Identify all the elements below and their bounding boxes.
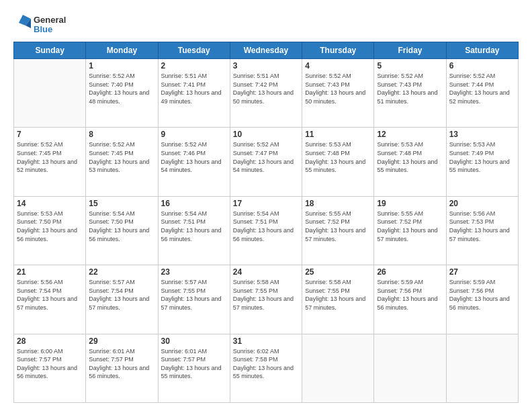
day-number: 29 xyxy=(89,336,154,346)
day-number: 26 xyxy=(377,267,443,277)
logo: General Blue xyxy=(13,12,74,36)
day-info: Sunrise: 6:01 AMSunset: 7:57 PMDaylight:… xyxy=(161,347,227,381)
calendar-cell xyxy=(374,334,446,402)
calendar-cell xyxy=(302,334,374,402)
calendar-cell: 24Sunrise: 5:58 AMSunset: 7:55 PMDayligh… xyxy=(230,265,302,334)
weekday-friday: Friday xyxy=(374,42,446,59)
calendar-cell: 19Sunrise: 5:55 AMSunset: 7:52 PMDayligh… xyxy=(374,196,446,265)
day-number: 13 xyxy=(449,130,515,139)
day-info: Sunrise: 5:52 AMSunset: 7:40 PMDaylight:… xyxy=(89,72,154,105)
calendar-cell: 13Sunrise: 5:53 AMSunset: 7:49 PMDayligh… xyxy=(446,128,518,196)
calendar-cell: 20Sunrise: 5:56 AMSunset: 7:53 PMDayligh… xyxy=(446,196,518,265)
day-info: Sunrise: 5:52 AMSunset: 7:47 PMDaylight:… xyxy=(233,140,299,174)
day-number: 30 xyxy=(161,336,227,346)
day-number: 22 xyxy=(89,267,154,277)
calendar-cell: 16Sunrise: 5:54 AMSunset: 7:51 PMDayligh… xyxy=(158,196,230,265)
calendar-cell: 11Sunrise: 5:53 AMSunset: 7:48 PMDayligh… xyxy=(302,128,374,196)
weekday-wednesday: Wednesday xyxy=(230,42,302,59)
day-number: 9 xyxy=(161,130,227,139)
calendar-cell: 7Sunrise: 5:52 AMSunset: 7:45 PMDaylight… xyxy=(14,128,86,196)
header: General Blue xyxy=(13,12,519,36)
logo-svg: General Blue xyxy=(13,12,74,36)
day-number: 14 xyxy=(17,199,83,208)
day-info: Sunrise: 5:51 AMSunset: 7:42 PMDaylight:… xyxy=(233,72,299,105)
calendar-cell: 30Sunrise: 6:01 AMSunset: 7:57 PMDayligh… xyxy=(158,334,230,402)
day-number: 1 xyxy=(89,61,154,71)
weekday-thursday: Thursday xyxy=(302,42,374,59)
day-info: Sunrise: 5:58 AMSunset: 7:55 PMDaylight:… xyxy=(305,278,371,312)
day-info: Sunrise: 5:57 AMSunset: 7:55 PMDaylight:… xyxy=(161,278,227,312)
day-info: Sunrise: 5:57 AMSunset: 7:54 PMDaylight:… xyxy=(89,278,154,312)
day-number: 8 xyxy=(89,130,154,139)
day-info: Sunrise: 5:59 AMSunset: 7:56 PMDaylight:… xyxy=(377,278,443,312)
day-number: 19 xyxy=(377,199,443,208)
calendar-week-5: 28Sunrise: 6:00 AMSunset: 7:57 PMDayligh… xyxy=(14,334,519,402)
day-number: 4 xyxy=(305,61,371,71)
day-number: 21 xyxy=(17,267,83,277)
calendar-week-2: 7Sunrise: 5:52 AMSunset: 7:45 PMDaylight… xyxy=(14,128,519,196)
day-info: Sunrise: 5:52 AMSunset: 7:46 PMDaylight:… xyxy=(161,140,227,174)
day-number: 23 xyxy=(161,267,227,277)
day-number: 27 xyxy=(449,267,515,277)
day-info: Sunrise: 5:54 AMSunset: 7:51 PMDaylight:… xyxy=(161,210,227,243)
page: General Blue SundayMondayTuesdayWednesda… xyxy=(0,0,532,411)
day-number: 3 xyxy=(233,61,299,71)
weekday-sunday: Sunday xyxy=(14,42,86,59)
day-info: Sunrise: 5:54 AMSunset: 7:51 PMDaylight:… xyxy=(233,210,299,243)
calendar-cell: 26Sunrise: 5:59 AMSunset: 7:56 PMDayligh… xyxy=(374,265,446,334)
weekday-monday: Monday xyxy=(86,42,158,59)
day-info: Sunrise: 5:55 AMSunset: 7:52 PMDaylight:… xyxy=(305,210,371,243)
day-number: 17 xyxy=(233,199,299,208)
day-number: 5 xyxy=(377,61,443,71)
day-number: 24 xyxy=(233,267,299,277)
calendar-cell: 14Sunrise: 5:53 AMSunset: 7:50 PMDayligh… xyxy=(14,196,86,265)
calendar-table: SundayMondayTuesdayWednesdayThursdayFrid… xyxy=(13,42,519,403)
calendar-cell: 6Sunrise: 5:52 AMSunset: 7:44 PMDaylight… xyxy=(446,59,518,128)
weekday-saturday: Saturday xyxy=(446,42,518,59)
calendar-cell: 15Sunrise: 5:54 AMSunset: 7:50 PMDayligh… xyxy=(86,196,158,265)
calendar-cell: 28Sunrise: 6:00 AMSunset: 7:57 PMDayligh… xyxy=(14,334,86,402)
day-number: 28 xyxy=(17,336,83,346)
day-info: Sunrise: 5:52 AMSunset: 7:45 PMDaylight:… xyxy=(89,140,154,174)
calendar-cell: 1Sunrise: 5:52 AMSunset: 7:40 PMDaylight… xyxy=(86,59,158,128)
day-info: Sunrise: 5:55 AMSunset: 7:52 PMDaylight:… xyxy=(377,210,443,243)
day-info: Sunrise: 5:53 AMSunset: 7:48 PMDaylight:… xyxy=(305,140,371,174)
day-number: 25 xyxy=(305,267,371,277)
calendar-cell xyxy=(14,59,86,128)
calendar-cell: 21Sunrise: 5:56 AMSunset: 7:54 PMDayligh… xyxy=(14,265,86,334)
day-info: Sunrise: 5:58 AMSunset: 7:55 PMDaylight:… xyxy=(233,278,299,312)
calendar-week-1: 1Sunrise: 5:52 AMSunset: 7:40 PMDaylight… xyxy=(14,59,519,128)
calendar-cell xyxy=(446,334,518,402)
day-number: 12 xyxy=(377,130,443,139)
calendar-week-4: 21Sunrise: 5:56 AMSunset: 7:54 PMDayligh… xyxy=(14,265,519,334)
day-info: Sunrise: 5:52 AMSunset: 7:43 PMDaylight:… xyxy=(305,72,371,105)
svg-text:Blue: Blue xyxy=(34,24,52,34)
day-number: 2 xyxy=(161,61,227,71)
calendar-cell: 23Sunrise: 5:57 AMSunset: 7:55 PMDayligh… xyxy=(158,265,230,334)
calendar-cell: 29Sunrise: 6:01 AMSunset: 7:57 PMDayligh… xyxy=(86,334,158,402)
calendar-cell: 22Sunrise: 5:57 AMSunset: 7:54 PMDayligh… xyxy=(86,265,158,334)
day-number: 7 xyxy=(17,130,83,139)
weekday-tuesday: Tuesday xyxy=(158,42,230,59)
calendar-cell: 12Sunrise: 5:53 AMSunset: 7:48 PMDayligh… xyxy=(374,128,446,196)
day-info: Sunrise: 5:56 AMSunset: 7:53 PMDaylight:… xyxy=(449,210,515,243)
calendar-cell: 27Sunrise: 5:59 AMSunset: 7:56 PMDayligh… xyxy=(446,265,518,334)
day-info: Sunrise: 5:51 AMSunset: 7:41 PMDaylight:… xyxy=(161,72,227,105)
day-info: Sunrise: 5:52 AMSunset: 7:43 PMDaylight:… xyxy=(377,72,443,105)
day-info: Sunrise: 5:52 AMSunset: 7:44 PMDaylight:… xyxy=(449,72,515,105)
calendar-week-3: 14Sunrise: 5:53 AMSunset: 7:50 PMDayligh… xyxy=(14,196,519,265)
day-number: 6 xyxy=(449,61,515,71)
weekday-header-row: SundayMondayTuesdayWednesdayThursdayFrid… xyxy=(14,42,519,59)
day-info: Sunrise: 5:53 AMSunset: 7:50 PMDaylight:… xyxy=(17,210,83,243)
calendar-cell: 10Sunrise: 5:52 AMSunset: 7:47 PMDayligh… xyxy=(230,128,302,196)
day-info: Sunrise: 5:56 AMSunset: 7:54 PMDaylight:… xyxy=(17,278,83,312)
calendar-cell: 17Sunrise: 5:54 AMSunset: 7:51 PMDayligh… xyxy=(230,196,302,265)
calendar-cell: 31Sunrise: 6:02 AMSunset: 7:58 PMDayligh… xyxy=(230,334,302,402)
day-number: 31 xyxy=(233,336,299,346)
calendar-cell: 5Sunrise: 5:52 AMSunset: 7:43 PMDaylight… xyxy=(374,59,446,128)
calendar-cell: 18Sunrise: 5:55 AMSunset: 7:52 PMDayligh… xyxy=(302,196,374,265)
day-info: Sunrise: 6:01 AMSunset: 7:57 PMDaylight:… xyxy=(89,347,154,381)
calendar-cell: 25Sunrise: 5:58 AMSunset: 7:55 PMDayligh… xyxy=(302,265,374,334)
calendar-cell: 8Sunrise: 5:52 AMSunset: 7:45 PMDaylight… xyxy=(86,128,158,196)
day-info: Sunrise: 5:52 AMSunset: 7:45 PMDaylight:… xyxy=(17,140,83,174)
